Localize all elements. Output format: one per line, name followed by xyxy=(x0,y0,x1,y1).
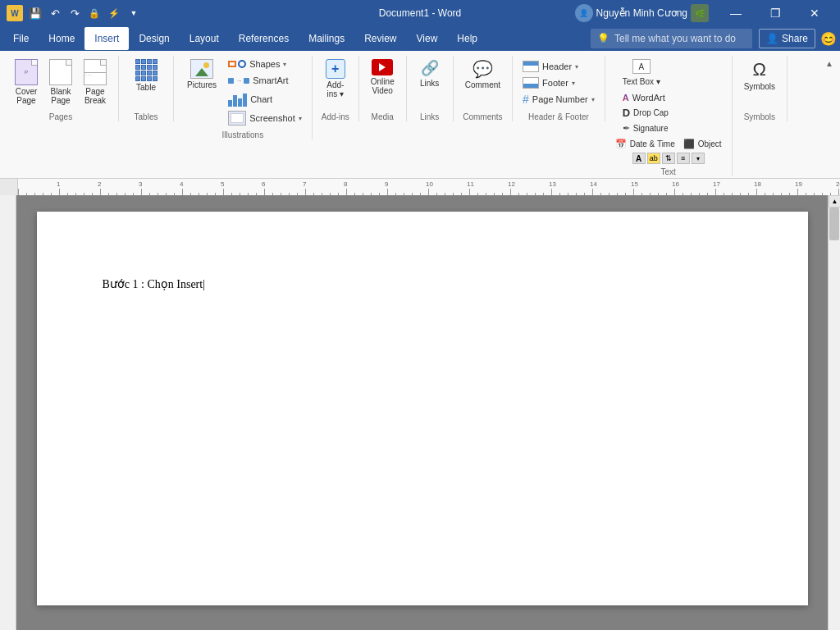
signature-label: Signature xyxy=(633,124,669,133)
signature-icon: ✒ xyxy=(623,123,630,134)
save-button[interactable]: 💾 xyxy=(26,4,44,22)
lock-button[interactable]: 🔒 xyxy=(85,4,103,22)
text-box-button[interactable]: A Text Box ▾ xyxy=(619,57,664,88)
align-text-button[interactable]: ≡ xyxy=(677,153,690,164)
page-number-dropdown-arrow: ▾ xyxy=(591,96,595,103)
user-area: 👤 Nguyễn Minh Cương 🌿 xyxy=(575,4,709,22)
menu-bar: File Home Insert Design Layout Reference… xyxy=(0,26,840,51)
header-label: Header xyxy=(542,62,572,71)
menu-insert[interactable]: Insert xyxy=(84,27,129,50)
minimize-button[interactable]: — xyxy=(717,0,755,26)
ruler-corner xyxy=(0,179,18,195)
menu-design[interactable]: Design xyxy=(129,27,179,50)
blank-page-label: BlankPage xyxy=(50,87,71,105)
header-icon xyxy=(523,61,539,72)
font-color-button[interactable]: A xyxy=(632,153,646,164)
object-button[interactable]: ⬛ Object xyxy=(680,137,725,151)
menu-layout[interactable]: Layout xyxy=(180,27,229,50)
ribbon-group-addins: + Add-ins ▾ Add-ins xyxy=(313,56,359,121)
menu-file[interactable]: File xyxy=(3,27,39,50)
menu-review[interactable]: Review xyxy=(354,27,406,50)
page-number-label: Page Number xyxy=(532,94,588,104)
ribbon-group-comments: 💬 Comment Comments xyxy=(454,56,513,121)
online-video-button[interactable]: OnlineVideo xyxy=(366,56,399,98)
header-dropdown-arrow: ▾ xyxy=(575,63,578,71)
page-number-button[interactable]: # Page Number ▾ xyxy=(519,92,598,107)
ribbon-group-symbols: Ω Symbols Symbols xyxy=(733,56,788,121)
addins-button[interactable]: + Add-ins ▾ xyxy=(319,56,352,102)
text-direction-button[interactable]: ⇅ xyxy=(662,153,675,164)
title-bar-left: W 💾 ↶ ↷ 🔒 ⚡ ▼ xyxy=(7,4,143,22)
ribbon-group-illustrations: Pictures Shapes ▾ xyxy=(174,56,313,139)
close-button[interactable]: ✕ xyxy=(796,0,833,26)
signature-button[interactable]: ✒ Signature xyxy=(619,121,672,135)
tables-group-label: Tables xyxy=(135,109,158,121)
document-content[interactable]: Bước 1 : Chọn Insert xyxy=(103,277,742,291)
comment-label: Comment xyxy=(465,80,500,89)
menu-view[interactable]: View xyxy=(407,27,448,50)
symbols-button[interactable]: Ω Symbols xyxy=(739,56,780,94)
table-button[interactable]: Table xyxy=(126,56,167,95)
wordart-button[interactable]: A WordArt xyxy=(619,91,672,104)
maximize-button[interactable]: ❐ xyxy=(756,0,794,26)
highlight-button[interactable]: ab xyxy=(647,153,660,164)
ribbon-group-media: OnlineVideo Media xyxy=(359,56,407,121)
left-ruler xyxy=(0,195,16,630)
wordart-label: WordArt xyxy=(632,93,665,103)
menu-mailings[interactable]: Mailings xyxy=(299,27,354,50)
shapes-button[interactable]: Shapes ▾ xyxy=(225,57,305,71)
document-wrapper: Bước 1 : Chọn Insert ▲ ▼ xyxy=(0,195,840,630)
quick-button[interactable]: ⚡ xyxy=(105,4,123,22)
menu-references[interactable]: References xyxy=(229,27,299,50)
links-icon: 🔗 xyxy=(421,59,439,77)
scroll-thumb[interactable] xyxy=(829,208,839,240)
qa-dropdown[interactable]: ▼ xyxy=(125,4,143,22)
cover-page-label: CoverPage xyxy=(16,87,38,105)
document-page[interactable]: Bước 1 : Chọn Insert xyxy=(37,212,808,605)
footer-button[interactable]: Footer ▾ xyxy=(519,75,598,90)
drop-cap-button[interactable]: D Drop Cap xyxy=(619,105,672,121)
search-area[interactable]: 💡 xyxy=(591,29,752,48)
pages-group-label: Pages xyxy=(49,109,72,121)
word-icon: W xyxy=(7,5,23,21)
smartart-button[interactable]: → SmartArt xyxy=(225,71,305,89)
scroll-up-arrow[interactable]: ▲ xyxy=(829,195,840,208)
text-style-button[interactable]: ▾ xyxy=(692,153,705,164)
screenshot-label: Screenshot xyxy=(249,113,295,123)
smartart-icon: → xyxy=(228,73,249,88)
title-bar-right: 👤 Nguyễn Minh Cương 🌿 — ❐ ✕ xyxy=(575,0,833,26)
share-button[interactable]: 👤 Share xyxy=(759,29,815,48)
date-time-label: Date & Time xyxy=(630,139,675,148)
shapes-icon xyxy=(228,60,246,68)
illustrations-group-label: Illustrations xyxy=(222,127,264,139)
header-button[interactable]: Header ▾ xyxy=(519,59,598,74)
text-group-label: Text xyxy=(661,164,676,176)
omega-icon: Ω xyxy=(753,59,766,80)
ribbon-group-tables: Table Tables xyxy=(119,56,174,121)
chart-button[interactable]: Chart xyxy=(225,90,305,108)
search-input[interactable] xyxy=(614,33,746,44)
screenshot-button[interactable]: Screenshot ▾ xyxy=(225,109,305,127)
vertical-scrollbar[interactable]: ▲ ▼ xyxy=(828,195,840,630)
menu-help[interactable]: Help xyxy=(447,27,487,50)
text-box-label: Text Box ▾ xyxy=(623,77,660,86)
text-box-icon: A xyxy=(632,59,651,74)
user-avatar: 👤 xyxy=(575,4,593,22)
comment-button[interactable]: 💬 Comment xyxy=(460,56,505,93)
scroll-track[interactable] xyxy=(829,208,840,630)
links-button[interactable]: 🔗 Links xyxy=(413,56,446,91)
cover-page-button[interactable]: P CoverPage xyxy=(10,56,43,108)
addins-group-label: Add-ins xyxy=(322,109,349,121)
document-scroll-area[interactable]: Bước 1 : Chọn Insert xyxy=(16,195,828,630)
ribbon-collapse-button[interactable]: ▲ xyxy=(822,57,837,70)
footer-label: Footer xyxy=(542,78,568,88)
undo-button[interactable]: ↶ xyxy=(46,4,64,22)
blank-page-button[interactable]: BlankPage xyxy=(44,56,77,108)
redo-button[interactable]: ↷ xyxy=(66,4,84,22)
pictures-button[interactable]: Pictures xyxy=(180,56,223,127)
horizontal-ruler: 1234567891011121314151617181920 xyxy=(18,179,840,195)
menu-home[interactable]: Home xyxy=(39,27,84,50)
page-break-button[interactable]: - - - PageBreak xyxy=(79,56,112,108)
date-time-button[interactable]: 📅 Date & Time xyxy=(612,137,678,151)
emoji-icon: 😊 xyxy=(820,31,837,47)
